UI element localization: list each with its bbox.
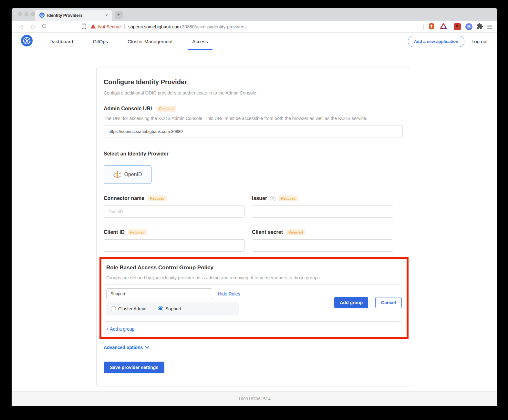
role-options-panel: Cluster Admin Support bbox=[106, 302, 239, 315]
chevron-down-icon[interactable] bbox=[145, 346, 149, 349]
app-navbar: Dashboard GitOps Cluster Management Acce… bbox=[12, 33, 497, 50]
role-label: Cluster Admin bbox=[118, 306, 146, 311]
brave-shield-icon[interactable] bbox=[428, 23, 435, 31]
bat-triangle-icon[interactable] bbox=[440, 23, 447, 30]
kubernetes-favicon bbox=[39, 13, 45, 18]
add-a-group-link[interactable]: + Add a group bbox=[106, 326, 135, 332]
required-badge: Required bbox=[286, 229, 305, 235]
toolbar-divider bbox=[423, 24, 424, 30]
admin-console-url-input[interactable] bbox=[104, 125, 403, 137]
page-footer: 1609167061514 bbox=[12, 391, 497, 406]
issuer-label: Issuer bbox=[252, 195, 267, 201]
browser-window: Identity Providers × + ◁ ▷ Not Secure su… bbox=[12, 8, 497, 406]
nav-items: Dashboard GitOps Cluster Management Acce… bbox=[45, 33, 213, 50]
radio-support[interactable] bbox=[158, 306, 163, 311]
forward-icon[interactable]: ▷ bbox=[30, 23, 37, 30]
browser-toolbar: ◁ ▷ Not Secure superci.somebigbank.com:3… bbox=[12, 21, 497, 33]
select-provider-heading: Select an Identity Provider bbox=[104, 151, 403, 157]
add-new-application-button[interactable]: Add a new application bbox=[408, 36, 464, 47]
role-option-cluster-admin[interactable]: Cluster Admin bbox=[111, 306, 146, 311]
issuer-help-icon[interactable]: ? bbox=[270, 196, 275, 201]
connector-name-label: Connector name bbox=[104, 195, 144, 201]
close-tab-icon[interactable]: × bbox=[105, 13, 109, 18]
group-name-input[interactable] bbox=[106, 288, 212, 299]
page-subtitle: Configure additional ODIC providers to a… bbox=[104, 90, 403, 95]
connector-name-input[interactable] bbox=[104, 205, 245, 218]
traffic-lights[interactable] bbox=[18, 12, 35, 16]
address-bar[interactable]: Not Secure superci.somebigbank.com:30880… bbox=[90, 21, 245, 33]
client-secret-input[interactable] bbox=[252, 239, 393, 252]
back-icon[interactable]: ◁ bbox=[17, 23, 24, 30]
toolbar-right-icons: M bbox=[423, 21, 497, 33]
identity-provider-card: Configure Identity Provider Configure ad… bbox=[96, 67, 410, 386]
kubernetes-logo[interactable] bbox=[21, 35, 33, 48]
role-label: Support bbox=[165, 306, 181, 311]
admin-console-url-label: Admin Console URL bbox=[104, 106, 154, 112]
footer-timestamp: 1609167061514 bbox=[238, 396, 271, 401]
new-tab-button[interactable]: + bbox=[115, 11, 123, 19]
rbac-divider bbox=[106, 321, 402, 322]
tab-strip: Identity Providers × + bbox=[12, 8, 497, 21]
issuer-input[interactable] bbox=[252, 205, 393, 218]
required-badge: Required bbox=[157, 106, 176, 112]
advanced-options-link[interactable]: Advanced options bbox=[104, 345, 143, 350]
not-secure-warning-icon bbox=[90, 24, 96, 30]
rbac-heading: Role Based Access Control Group Policy bbox=[106, 265, 402, 271]
page-title: Configure Identity Provider bbox=[104, 78, 403, 86]
not-secure-label[interactable]: Not Secure bbox=[98, 24, 121, 29]
nav-item-access[interactable]: Access bbox=[188, 33, 212, 50]
url-divider bbox=[124, 24, 125, 29]
role-option-support[interactable]: Support bbox=[158, 306, 181, 311]
url-path[interactable]: :30880/access/identity-providers bbox=[181, 24, 246, 29]
minimize-window-button[interactable] bbox=[25, 12, 28, 16]
extension-icon-red[interactable] bbox=[454, 23, 461, 30]
extensions-puzzle-icon[interactable] bbox=[477, 23, 483, 31]
nav-item-gitops[interactable]: GitOps bbox=[88, 33, 112, 50]
profile-avatar[interactable]: M bbox=[465, 23, 472, 30]
reload-icon[interactable] bbox=[41, 23, 47, 30]
rbac-highlight-box: Role Based Access Control Group Policy G… bbox=[99, 257, 409, 339]
client-id-input[interactable] bbox=[104, 239, 245, 252]
client-id-label: Client ID bbox=[104, 229, 125, 235]
browser-tab[interactable]: Identity Providers × bbox=[35, 10, 112, 21]
openid-tile-label: OpenID bbox=[124, 172, 142, 177]
required-badge: Required bbox=[148, 195, 167, 201]
cancel-button[interactable]: Cancel bbox=[375, 297, 402, 308]
required-badge: Required bbox=[128, 229, 147, 235]
maximize-window-button[interactable] bbox=[31, 12, 35, 16]
url-host[interactable]: superci.somebigbank.com bbox=[128, 24, 181, 29]
logout-link[interactable]: Log out bbox=[472, 39, 488, 44]
openid-icon bbox=[113, 170, 121, 179]
tab-title: Identity Providers bbox=[47, 13, 105, 18]
main-content: Configure Identity Provider Configure ad… bbox=[12, 50, 497, 391]
browser-menu-icon[interactable] bbox=[487, 25, 492, 29]
add-group-button[interactable]: Add group bbox=[334, 297, 368, 308]
close-window-button[interactable] bbox=[18, 12, 22, 16]
nav-right: Add a new application Log out bbox=[408, 36, 488, 47]
openid-provider-tile[interactable]: OpenID bbox=[104, 165, 151, 184]
nav-item-dashboard[interactable]: Dashboard bbox=[45, 33, 78, 50]
save-provider-settings-button[interactable]: Save provider settings bbox=[104, 362, 164, 373]
hide-roles-link[interactable]: Hide Roles bbox=[218, 291, 240, 296]
rbac-description: Groups are defined by your identity prov… bbox=[106, 275, 402, 280]
radio-cluster-admin[interactable] bbox=[111, 306, 116, 311]
rbac-divider bbox=[106, 284, 402, 285]
admin-console-url-help: The URL for accessing the KOTS Admin Con… bbox=[104, 116, 403, 121]
nav-item-cluster-management[interactable]: Cluster Management bbox=[123, 33, 177, 50]
bookmark-icon[interactable] bbox=[81, 24, 87, 31]
client-secret-label: Client secret bbox=[252, 229, 283, 235]
required-badge: Required bbox=[279, 195, 298, 201]
